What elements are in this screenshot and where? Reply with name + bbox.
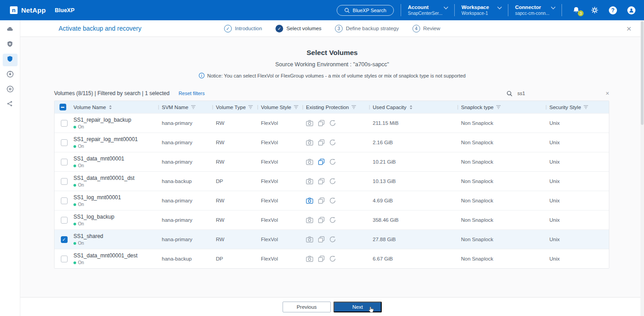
- volume-status: On: [73, 202, 162, 207]
- reset-filters-link[interactable]: Reset filters: [178, 91, 205, 96]
- status-on-icon: [73, 203, 76, 206]
- sort-icon[interactable]: [409, 105, 413, 110]
- volume-status: On: [73, 260, 162, 265]
- wizard-step-1[interactable]: ✓Introduction: [224, 25, 262, 32]
- column-header-svm-name[interactable]: SVM Name|: [162, 105, 216, 110]
- existing-protection-cell: [306, 217, 373, 223]
- select-all-checkbox[interactable]: [59, 104, 66, 110]
- row-checkbox[interactable]: [61, 120, 68, 127]
- volume-name-cell: SS1_log_backupOn: [73, 214, 162, 226]
- search-icon: [507, 91, 512, 96]
- filter-icon[interactable]: [248, 105, 253, 109]
- volume-type-cell: RW: [216, 140, 261, 145]
- restore-icon: [329, 236, 336, 243]
- mobility-icon: [6, 100, 14, 109]
- table-body: SS1_repair_log_backupOnhana-primaryRWFle…: [55, 113, 609, 268]
- previous-button[interactable]: Previous: [283, 302, 331, 312]
- bluexp-search-button[interactable]: BlueXP Search: [337, 5, 394, 16]
- filter-icon[interactable]: [352, 105, 356, 109]
- status-on-icon: [73, 145, 76, 148]
- user-menu-button[interactable]: [627, 6, 636, 14]
- divider: [562, 4, 562, 16]
- content: Select Volumes Source Working Environmen…: [20, 37, 644, 297]
- filter-icon[interactable]: [584, 105, 588, 109]
- page-scrollbar[interactable]: [640, 20, 644, 316]
- settings-button[interactable]: [590, 6, 599, 14]
- replication-copy-icon: [318, 139, 324, 146]
- close-icon[interactable]: ×: [626, 24, 631, 33]
- column-header-existing-protection[interactable]: Existing Protection|: [306, 105, 373, 110]
- sidebar-item-cloud[interactable]: [3, 24, 18, 37]
- avatar: [627, 6, 635, 14]
- snapshot-camera-icon: [306, 178, 313, 184]
- replication-copy-icon: [318, 159, 324, 165]
- column-header-used-capacity[interactable]: Used Capacity|: [373, 105, 461, 110]
- filter-icon[interactable]: [294, 105, 298, 109]
- next-button[interactable]: Next: [333, 302, 382, 312]
- divider: [401, 4, 401, 16]
- volume-name: SS1_repair_log_backup: [73, 117, 162, 123]
- wizard-step-2[interactable]: ✓Select volumes: [275, 25, 321, 32]
- netapp-logo-icon: n: [10, 6, 18, 14]
- row-checkbox[interactable]: [61, 197, 68, 204]
- volume-name: SS1_repair_log_mnt00001: [73, 136, 162, 142]
- restore-icon: [329, 217, 336, 223]
- chevron-down-icon: [444, 5, 448, 9]
- snaplock-type-cell: Non Snaplock: [461, 120, 549, 126]
- svm-name-cell: hana-primary: [162, 198, 216, 203]
- search-icon: [344, 8, 350, 13]
- existing-protection-cell: [306, 236, 373, 243]
- filter-icon[interactable]: [191, 105, 196, 109]
- notifications-button[interactable]: 3: [571, 6, 580, 14]
- info-icon: [199, 73, 205, 78]
- sidebar-item-governance[interactable]: [3, 83, 18, 96]
- sidebar-item-mobility[interactable]: [3, 98, 18, 111]
- filter-icon[interactable]: [496, 105, 501, 109]
- volume-style-cell: FlexVol: [261, 217, 306, 223]
- row-checkbox[interactable]: [61, 256, 68, 262]
- sort-icon[interactable]: [109, 105, 112, 110]
- row-checkbox[interactable]: [61, 159, 68, 165]
- table-header: Volume Name|SVM Name|Volume Type|Volume …: [55, 101, 609, 113]
- connector-menu-value: sapcc-cm-conn...: [515, 11, 555, 16]
- wizard-steps: ✓Introduction✓Select volumes3Define back…: [224, 25, 440, 32]
- search-input[interactable]: [516, 90, 602, 96]
- wizard-title: Activate backup and recovery: [59, 25, 142, 32]
- wizard-step-4[interactable]: 4Review: [412, 25, 440, 32]
- sidebar-item-health-shield[interactable]: [3, 39, 18, 51]
- snapshot-camera-icon: [306, 236, 313, 243]
- step-number: 4: [412, 25, 420, 32]
- column-header-volume-type[interactable]: Volume Type|: [216, 105, 261, 110]
- help-button[interactable]: ?: [608, 6, 617, 14]
- workspace-menu-label: Workspace: [461, 5, 489, 10]
- clear-search-icon[interactable]: ×: [606, 90, 609, 97]
- account-menu[interactable]: Account SnapCenterSer...: [408, 5, 448, 16]
- sidebar-item-protection-shield[interactable]: [3, 54, 18, 66]
- sidebar-item-observability[interactable]: [3, 69, 18, 81]
- column-header-volume-name[interactable]: Volume Name|: [73, 105, 162, 110]
- row-checkbox[interactable]: [61, 217, 68, 224]
- volume-style-cell: FlexVol: [261, 198, 306, 203]
- volume-status: On: [73, 221, 162, 226]
- brand-name: NetApp: [21, 6, 46, 14]
- workspace-menu[interactable]: Workspace Workspace-1: [461, 5, 501, 16]
- column-header-snaplock-type[interactable]: Snaplock type|: [461, 105, 549, 110]
- row-checkbox[interactable]: ✓: [61, 236, 68, 243]
- status-on-icon: [73, 242, 76, 245]
- step-label: Introduction: [235, 26, 262, 31]
- wizard-step-3[interactable]: 3Define backup strategy: [335, 25, 399, 32]
- table-row: SS1_repair_log_mnt00001Onhana-primaryRWF…: [55, 133, 609, 152]
- column-label: SVM Name: [162, 105, 188, 110]
- column-header-volume-style[interactable]: Volume Style|: [261, 105, 306, 110]
- row-checkbox[interactable]: [61, 178, 68, 185]
- row-checkbox[interactable]: [61, 139, 68, 146]
- volume-status: On: [73, 163, 162, 168]
- column-header-security-style[interactable]: Security Style: [549, 105, 609, 110]
- connector-menu[interactable]: Connector sapcc-cm-conn...: [515, 5, 555, 16]
- volume-type-cell: RW: [216, 198, 261, 203]
- indeterminate-icon: [61, 107, 64, 108]
- scrollbar-thumb[interactable]: [641, 21, 644, 125]
- column-label: Security Style: [549, 105, 581, 110]
- snapshot-camera-icon: [306, 197, 313, 204]
- page: n NetApp BlueXP BlueXP Search Account Sn…: [0, 0, 644, 316]
